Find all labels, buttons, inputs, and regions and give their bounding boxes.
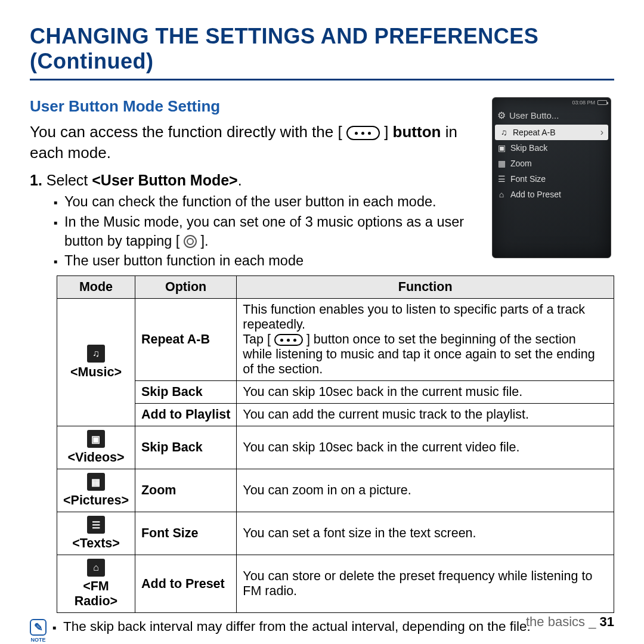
- device-status-bar: 03:08 PM: [493, 98, 611, 107]
- func-repeat-a: This function enables you to listen to s…: [243, 302, 585, 332]
- opt-skipback-music: Skip Back: [135, 381, 236, 404]
- subheading: User Button Mode Setting: [30, 97, 481, 116]
- video-icon: ▣: [497, 143, 506, 153]
- mode-music-label: <Music>: [70, 365, 122, 379]
- video-icon: ▣: [87, 430, 105, 448]
- device-item-label: Add to Preset: [510, 190, 561, 199]
- device-title-text: User Butto...: [509, 110, 559, 120]
- mode-texts: ☰ <Texts>: [57, 512, 135, 555]
- device-item-zoom: ▦ Zoom: [493, 156, 611, 171]
- opt-skipback-video: Skip Back: [135, 426, 236, 469]
- device-item-label: Zoom: [510, 159, 532, 168]
- device-item-label: Skip Back: [510, 143, 547, 153]
- device-item-skipback: ▣ Skip Back: [493, 140, 611, 156]
- th-mode: Mode: [57, 276, 135, 299]
- table-row: ♫ <Music> Repeat A-B This function enabl…: [57, 299, 614, 381]
- mode-pictures-label: <Pictures>: [63, 493, 129, 507]
- func-fontsize: You can set a font size in the text scre…: [237, 512, 614, 555]
- table-row: ▣ <Videos> Skip Back You can skip 10sec …: [57, 426, 614, 469]
- step-number: 1.: [30, 172, 42, 188]
- page-title: CHANGING THE SETTINGS AND PREFERENCES (C…: [30, 24, 614, 80]
- th-function: Function: [237, 276, 614, 299]
- bullet-list: You can check the function of the user b…: [54, 193, 481, 271]
- dots-button-icon: [274, 334, 303, 346]
- note-icon: ✎: [30, 619, 47, 636]
- music-note-icon: ♫: [500, 128, 508, 137]
- music-icon: ♫: [87, 345, 105, 363]
- bullet-2-a: In the Music mode, you can set one of 3 …: [64, 214, 464, 249]
- device-item-label: Repeat A-B: [513, 128, 556, 137]
- picture-icon: ▦: [497, 159, 506, 168]
- battery-icon: [597, 100, 607, 105]
- device-item-fontsize: ☰ Font Size: [493, 171, 611, 187]
- note-text: The skip back interval may differ from t…: [52, 619, 531, 634]
- picture-icon: ▦: [87, 473, 105, 491]
- func-zoom: You can zoom in on a picture.: [237, 469, 614, 512]
- device-item-preset: ⌂ Add to Preset: [493, 187, 611, 202]
- device-item-label: Font Size: [510, 174, 546, 184]
- func-repeat-b-pre: Tap [: [243, 332, 274, 346]
- opt-addpreset: Add to Preset: [135, 555, 236, 613]
- text-icon: ☰: [497, 174, 506, 184]
- device-time: 03:08 PM: [572, 100, 595, 106]
- func-skipback-music: You can skip 10sec back in the current m…: [237, 381, 614, 404]
- table-row: ▦ <Pictures> Zoom You can zoom in on a p…: [57, 469, 614, 512]
- func-skipback-video: You can skip 10sec back in the current v…: [237, 426, 614, 469]
- bullet-2: In the Music mode, you can set one of 3 …: [54, 213, 481, 250]
- opt-repeat: Repeat A-B: [135, 299, 236, 381]
- opt-fontsize: Font Size: [135, 512, 236, 555]
- intro-text-mid: ]: [384, 123, 392, 141]
- table-row: ☰ <Texts> Font Size You can set a font s…: [57, 512, 614, 555]
- page-footer: the basics _ 31: [526, 614, 614, 630]
- note-badge: ✎ NOTE: [30, 619, 47, 643]
- text-icon: ☰: [87, 516, 105, 534]
- opt-addplaylist: Add to Playlist: [135, 404, 236, 426]
- step-text-pre: Select: [47, 172, 92, 188]
- table-header-row: Mode Option Function: [57, 276, 614, 299]
- mode-music: ♫ <Music>: [57, 299, 135, 426]
- device-screenshot: 03:08 PM ⚙ User Butto... ♫ Repeat A-B ▣ …: [492, 97, 611, 258]
- mode-pictures: ▦ <Pictures>: [57, 469, 135, 512]
- intro-paragraph: You can access the function directly wit…: [30, 122, 481, 163]
- function-table: Mode Option Function ♫ <Music> Repeat A-…: [57, 275, 614, 613]
- footer-section: the basics _: [526, 614, 600, 629]
- mode-videos: ▣ <Videos>: [57, 426, 135, 469]
- table-row: ⌂ <FM Radio> Add to Preset You can store…: [57, 555, 614, 613]
- mode-fmradio: ⌂ <FM Radio>: [57, 555, 135, 613]
- bullet-1: You can check the function of the user b…: [54, 193, 481, 212]
- device-title-row: ⚙ User Butto...: [493, 107, 611, 125]
- radio-icon: ⌂: [497, 190, 506, 199]
- note-label: NOTE: [30, 637, 45, 643]
- step-post: .: [238, 172, 242, 188]
- func-repeat: This function enables you to listen to s…: [237, 299, 614, 381]
- device-item-repeat: ♫ Repeat A-B: [495, 125, 608, 140]
- opt-zoom: Zoom: [135, 469, 236, 512]
- radio-circle-icon: [184, 235, 197, 248]
- table-row: Skip Back You can skip 10sec back in the…: [57, 381, 614, 404]
- func-addpreset: You can store or delete the preset frequ…: [237, 555, 614, 613]
- radio-icon: ⌂: [87, 559, 105, 577]
- footer-page: 31: [600, 614, 614, 629]
- intro-bold: button: [393, 123, 441, 141]
- th-option: Option: [135, 276, 236, 299]
- bullet-3: The user button function in each mode: [54, 252, 481, 271]
- func-addplaylist: You can add the current music track to t…: [237, 404, 614, 426]
- content-row: User Button Mode Setting You can access …: [30, 97, 614, 272]
- bullet-2-b: ].: [200, 233, 208, 249]
- mode-fmradio-label: <FM Radio>: [75, 579, 117, 608]
- left-column: User Button Mode Setting You can access …: [30, 97, 481, 272]
- table-row: Add to Playlist You can add the current …: [57, 404, 614, 426]
- gear-icon: ⚙: [497, 110, 506, 121]
- step-1: 1. Select <User Button Mode>.: [30, 172, 481, 189]
- intro-text-pre: You can access the function directly wit…: [30, 123, 346, 141]
- step-bold: <User Button Mode>: [92, 172, 237, 188]
- mode-videos-label: <Videos>: [67, 450, 124, 465]
- mode-texts-label: <Texts>: [72, 536, 120, 550]
- dots-button-icon: [346, 126, 380, 140]
- right-column: 03:08 PM ⚙ User Butto... ♫ Repeat A-B ▣ …: [492, 97, 614, 272]
